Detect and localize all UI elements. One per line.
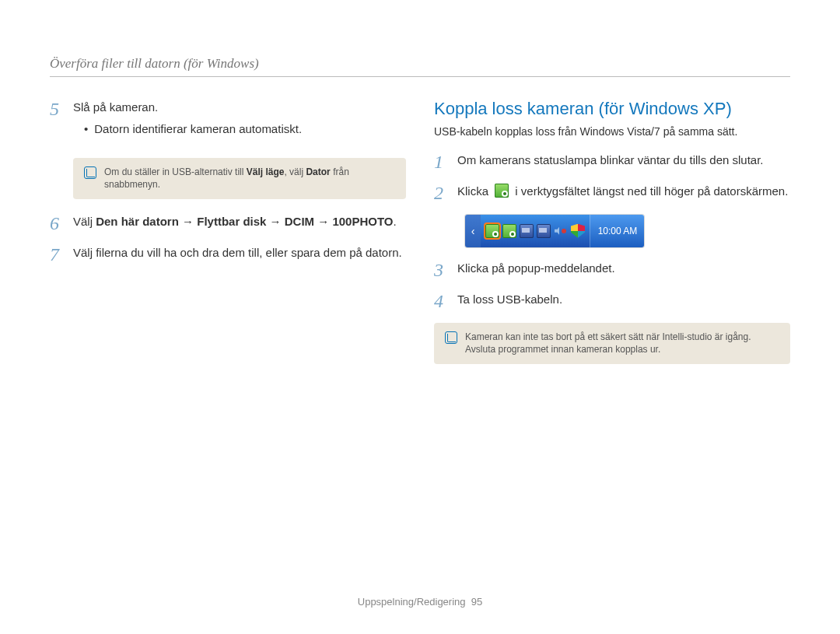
manual-page: Överföra filer till datorn (för Windows)… [0, 0, 840, 634]
step-1: 1 Om kamerans statuslampa blinkar väntar… [434, 152, 790, 172]
system-tray [481, 215, 590, 247]
step-3: 3 Klicka på popup-meddelandet. [434, 260, 790, 280]
chevron-left-icon: ‹ [471, 225, 475, 237]
breadcrumb: Överföra filer till datorn (för Windows) [50, 56, 259, 71]
taskbar-screenshot: ‹ 10:00 AM [465, 215, 644, 247]
security-shield-icon [571, 224, 585, 238]
left-column: 5 Slå på kameran. Datorn identifierar ka… [50, 99, 406, 364]
step-number: 2 [434, 183, 457, 203]
section-heading: Koppla loss kameran (för Windows XP) [434, 99, 790, 119]
step-number: 4 [434, 291, 457, 311]
step-body: Klicka på popup-meddelandet. [457, 260, 790, 280]
step-number: 1 [434, 152, 457, 172]
safe-remove-icon [495, 184, 509, 198]
taskbar-clock: 10:00 AM [590, 215, 644, 247]
tray-icon [502, 224, 516, 238]
network-tray-icon [537, 224, 551, 238]
taskbar-expand: ‹ [465, 215, 481, 247]
footer-section: Uppspelning/Redigering [358, 596, 466, 608]
step-body: Slå på kameran. Datorn identifierar kame… [73, 99, 406, 147]
step-body: Ta loss USB-kabeln. [457, 291, 790, 311]
step-bullet: Datorn identifierar kameran automatiskt. [73, 121, 406, 138]
step-number: 3 [434, 260, 457, 280]
step-5: 5 Slå på kameran. Datorn identifierar ka… [50, 99, 406, 147]
volume-tray-icon [554, 224, 568, 238]
step-body: Klicka i verktygsfältet längst ned till … [457, 183, 790, 203]
step-body: Välj filerna du vill ha och dra dem till… [73, 244, 406, 264]
note-box-usb-mode: Om du ställer in USB-alternativ till Väl… [73, 158, 406, 200]
content-columns: 5 Slå på kameran. Datorn identifierar ka… [50, 99, 790, 364]
step-title: Slå på kameran. [73, 99, 406, 116]
note-box-intellistudio: Kameran kan inte tas bort på ett säkert … [434, 323, 790, 365]
note-text: Om du ställer in USB-alternativ till Väl… [104, 166, 395, 192]
step-number: 5 [50, 99, 73, 147]
page-number: 95 [471, 596, 482, 608]
step-7: 7 Välj filerna du vill ha och dra dem ti… [50, 244, 406, 264]
step-2: 2 Klicka i verktygsfältet längst ned til… [434, 183, 790, 203]
page-footer: Uppspelning/Redigering 95 [0, 596, 840, 608]
step-number: 6 [50, 213, 73, 233]
right-column: Koppla loss kameran (för Windows XP) USB… [434, 99, 790, 364]
safe-remove-tray-icon [485, 224, 499, 238]
note-icon [84, 166, 96, 179]
step-6: 6 Välj Den här datorn → Flyttbar disk → … [50, 213, 406, 233]
note-text: Kameran kan inte tas bort på ett säkert … [465, 331, 779, 357]
step-number: 7 [50, 244, 73, 264]
step-4: 4 Ta loss USB-kabeln. [434, 291, 790, 311]
step-body: Välj Den här datorn → Flyttbar disk → DC… [73, 213, 406, 233]
section-intro: USB-kabeln kopplas loss från Windows Vis… [434, 125, 790, 138]
note-icon [445, 331, 457, 344]
step-body: Om kamerans statuslampa blinkar väntar d… [457, 152, 790, 172]
bullet-text: Datorn identifierar kameran automatiskt. [94, 121, 302, 138]
taskbar: ‹ 10:00 AM [465, 215, 644, 247]
network-tray-icon [520, 224, 534, 238]
page-header: Överföra filer till datorn (för Windows) [50, 56, 790, 77]
